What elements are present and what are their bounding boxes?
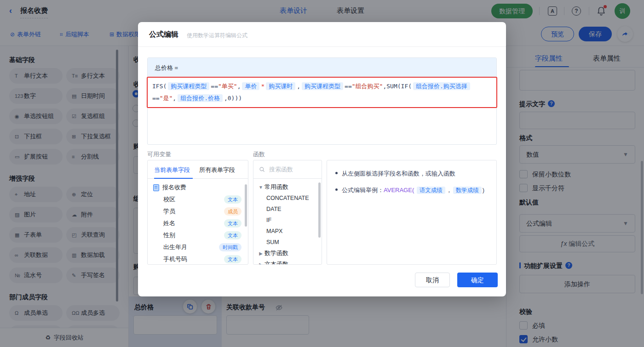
function-item-SUM[interactable]: SUM (253, 237, 322, 248)
formula-token: IFS( (152, 83, 167, 90)
function-group-常用函数[interactable]: ▼常用函数 (253, 182, 322, 193)
function-group-label: 数学函数 (264, 249, 288, 257)
var-type-badge: 时间戳 (219, 243, 242, 251)
tab-all-form-fields[interactable]: 所有表单字段 (199, 166, 235, 174)
chevron-down-icon: ▼ (257, 185, 264, 190)
var-type-badge: 文本 (224, 219, 242, 228)
tips-panel: 从左侧面板选择字段名和函数，或输入函数 公式编辑举例：AVERAGE( 语文成绩… (327, 160, 497, 265)
function-group-数学函数[interactable]: ▶数学函数 (253, 248, 322, 259)
tip-line-1: 从左侧面板选择字段名和函数，或输入函数 (335, 169, 488, 179)
var-row-校区[interactable]: 校区文本 (148, 193, 248, 205)
functions-panel: 搜索函数 ▼常用函数CONCATENATEDATEIFMAPXSUM▶数学函数▶… (253, 160, 322, 265)
var-name: 性别 (163, 231, 175, 239)
formula-field-token: 购买课程类型 (302, 82, 343, 90)
var-type-badge: 文本 (224, 195, 242, 204)
search-placeholder: 搜索函数 (269, 165, 293, 174)
form-doc-icon (153, 184, 159, 191)
confirm-button[interactable]: 确定 (457, 273, 498, 287)
var-row-性别[interactable]: 性别文本 (148, 229, 248, 241)
formula-field-token: 单价 (242, 82, 259, 90)
formula-token: ,0))) (224, 95, 242, 102)
variables-label: 可用变量 (147, 150, 171, 159)
example-function: AVERAGE( (384, 187, 414, 193)
function-group-label: 常用函数 (264, 183, 288, 191)
var-row-手机号码[interactable]: 手机号码文本 (148, 253, 248, 265)
var-row-姓名[interactable]: 姓名文本 (148, 217, 248, 229)
close-icon[interactable]: ✕ (625, 29, 631, 39)
formula-token: * (261, 83, 264, 90)
var-rows: 校区文本学员成员姓名文本性别文本出生年月时间戳手机号码文本 (148, 193, 248, 265)
function-group-文本函数[interactable]: ▶文本函数 (253, 259, 322, 265)
example-field-token: 语文成绩 (417, 187, 445, 194)
tab-current-form-fields[interactable]: 当前表单字段 (154, 166, 190, 174)
var-name: 校区 (163, 195, 175, 204)
function-item-MAPX[interactable]: MAPX (253, 226, 322, 237)
modal-title: 公式编辑 (149, 30, 178, 40)
var-type-badge: 成员 (224, 207, 242, 216)
modal-subtitle: 使用数学运算符编辑公式 (187, 32, 247, 40)
function-item-CONCATENATE[interactable]: CONCATENATE (253, 193, 322, 204)
example-field-token: 数学成绩 (453, 187, 482, 194)
var-type-badge: 文本 (224, 231, 242, 239)
formula-token: == (211, 83, 218, 90)
var-name: 手机号码 (163, 255, 187, 263)
variables-scrollbar[interactable] (245, 184, 247, 227)
functions-scrollbar[interactable] (318, 182, 321, 238)
function-item-IF[interactable]: IF (253, 215, 322, 226)
formula-editor-modal: 公式编辑 使用数学运算符编辑公式 ✕ 总价格 = IFS(购买课程类型=="单买… (138, 22, 506, 296)
chevron-right-icon: ▶ (257, 251, 264, 256)
formula-field-token: 购买课程类型 (168, 82, 209, 90)
function-group-label: 文本函数 (264, 260, 288, 265)
modal-header: 公式编辑 使用数学运算符编辑公式 (138, 22, 506, 47)
search-icon (259, 166, 265, 173)
variables-panel: 当前表单字段 所有表单字段 报名收费 校区文本学员成员姓名文本性别文本出生年月时… (147, 160, 248, 265)
formula-field-token: 购买课时 (266, 82, 295, 90)
function-search[interactable]: 搜索函数 (253, 160, 322, 179)
var-row-出生年月[interactable]: 出生年月时间戳 (148, 241, 248, 253)
formula-highlight-box[interactable]: IFS(购买课程类型=="单买",单价*购买课时,购买课程类型=="组合购买",… (147, 77, 497, 108)
formula-token: , (237, 83, 241, 90)
formula-field-token: 组合报价.价格 (178, 94, 223, 102)
var-tree-root[interactable]: 报名收费 (148, 182, 248, 193)
var-row-学员[interactable]: 学员成员 (148, 205, 248, 217)
var-name: 姓名 (163, 219, 175, 228)
formula-token: , (297, 83, 300, 90)
formula-token: == (152, 95, 160, 102)
formula-editor[interactable]: 总价格 = IFS(购买课程类型=="单买",单价*购买课时,购买课程类型=="… (147, 57, 497, 145)
formula-target: 总价格 = (148, 58, 496, 78)
formula-token: ,SUM(IF( (383, 83, 412, 90)
var-name: 学员 (163, 207, 175, 216)
active-tab-underline (154, 178, 193, 179)
formula-token: "单买" (218, 83, 237, 90)
functions-label: 函数 (253, 150, 265, 159)
formula-token: == (345, 83, 352, 90)
tip-line-2: 公式编辑举例：AVERAGE( 语文成绩，数学成绩) (335, 185, 488, 195)
formula-token: , (172, 95, 176, 102)
var-name: 出生年月 (163, 243, 187, 251)
cancel-button[interactable]: 取消 (415, 273, 450, 287)
formula-field-token: 组合报价.购买选择 (413, 82, 470, 90)
function-item-DATE[interactable]: DATE (253, 204, 322, 215)
chevron-right-icon: ▶ (257, 262, 264, 265)
variables-tabs: 当前表单字段 所有表单字段 (148, 160, 248, 179)
formula-token: "组合购买" (352, 83, 383, 90)
var-type-badge: 文本 (224, 255, 242, 263)
formula-token: "是" (160, 95, 173, 102)
function-list: ▼常用函数CONCATENATEDATEIFMAPXSUM▶数学函数▶文本函数 (253, 179, 322, 265)
